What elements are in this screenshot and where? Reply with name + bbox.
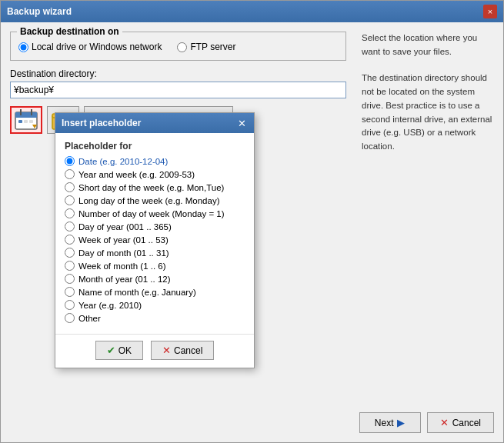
placeholder-radio-0[interactable] — [65, 156, 75, 166]
local-drive-label: Local drive or Windows network — [32, 42, 162, 52]
svg-rect-5 — [24, 120, 28, 123]
local-drive-radio-label[interactable]: Local drive or Windows network — [18, 42, 162, 52]
cancel-label: Cancel — [452, 418, 481, 428]
ok-label: OK — [118, 345, 132, 356]
destination-radio-row: Local drive or Windows network FTP serve… — [18, 42, 338, 52]
dialog-title-bar: Insert placeholder ✕ — [55, 113, 254, 133]
right-panel: Select the location where you want to sa… — [355, 32, 494, 403]
next-label: Next — [375, 418, 394, 428]
placeholder-option-label-3: Long day of the week (e.g. Monday) — [78, 196, 219, 205]
placeholder-option-5[interactable]: Day of year (001 .. 365) — [65, 222, 245, 231]
dialog-body: Placeholder for Date (e.g. 2010-12-04)Ye… — [55, 133, 254, 334]
dialog-cancel-icon: ✕ — [162, 345, 171, 356]
placeholder-option-label-4: Number of day of week (Monday = 1) — [78, 209, 225, 218]
dialog-title: Insert placeholder — [62, 118, 141, 128]
local-drive-radio[interactable] — [18, 42, 28, 52]
placeholder-option-label-6: Week of year (01 .. 53) — [78, 235, 169, 245]
dir-input[interactable] — [10, 82, 346, 98]
placeholder-option-12[interactable]: Other — [65, 313, 245, 323]
placeholder-radio-5[interactable] — [65, 222, 75, 231]
dialog-ok-button[interactable]: ✔ OK — [95, 341, 143, 360]
placeholder-radio-4[interactable] — [65, 208, 75, 218]
svg-rect-1 — [15, 112, 37, 118]
group-label: Backup destination on — [17, 26, 122, 37]
placeholder-option-label-10: Name of month (e.g. January) — [78, 288, 196, 297]
placeholder-option-2[interactable]: Short day of the week (e.g. Mon,Tue) — [65, 182, 245, 192]
placeholder-option-6[interactable]: Week of year (01 .. 53) — [65, 235, 245, 245]
placeholder-for-label: Placeholder for — [65, 141, 245, 152]
next-button[interactable]: Next ▶ — [359, 412, 421, 433]
dir-label: Destination directory: — [10, 68, 346, 79]
title-bar: Backup wizard × — [1, 1, 503, 22]
placeholder-option-8[interactable]: Week of month (1 .. 6) — [65, 261, 245, 271]
dialog-cancel-button[interactable]: ✕ Cancel — [151, 341, 214, 360]
placeholder-radio-1[interactable] — [65, 169, 75, 179]
backup-destination-group: Backup destination on Local drive or Win… — [10, 32, 346, 61]
ftp-radio-label[interactable]: FTP server — [177, 42, 235, 52]
placeholder-option-label-1: Year and week (e.g. 2009-53) — [78, 170, 195, 179]
cancel-x-icon: ✕ — [440, 417, 449, 428]
backup-wizard-window: Backup wizard × Backup destination on Lo… — [0, 0, 504, 443]
next-icon: ▶ — [397, 417, 405, 428]
dialog-footer: ✔ OK ✕ Cancel — [55, 334, 254, 368]
placeholder-option-11[interactable]: Year (e.g. 2010) — [65, 300, 245, 310]
window-title: Backup wizard — [7, 6, 72, 17]
placeholder-option-1[interactable]: Year and week (e.g. 2009-53) — [65, 169, 245, 179]
svg-rect-4 — [18, 120, 22, 123]
placeholder-option-10[interactable]: Name of month (e.g. January) — [65, 287, 245, 297]
placeholder-radio-2[interactable] — [65, 182, 75, 192]
placeholder-option-9[interactable]: Month of year (01 .. 12) — [65, 274, 245, 284]
dialog-close-button[interactable]: ✕ — [235, 117, 248, 129]
insert-placeholder-dialog: Insert placeholder ✕ Placeholder for Dat… — [55, 112, 255, 368]
placeholder-radio-7[interactable] — [65, 248, 75, 258]
ftp-radio[interactable] — [177, 42, 187, 52]
placeholder-option-label-9: Month of year (01 .. 12) — [78, 275, 171, 284]
placeholder-radio-8[interactable] — [65, 261, 75, 271]
placeholder-option-4[interactable]: Number of day of week (Monday = 1) — [65, 208, 245, 218]
placeholder-radio-3[interactable] — [65, 195, 75, 205]
placeholder-option-0[interactable]: Date (e.g. 2010-12-04) — [65, 156, 245, 166]
ok-icon: ✔ — [107, 345, 115, 356]
placeholder-radio-6[interactable] — [65, 235, 75, 245]
placeholder-option-label-7: Day of month (01 .. 31) — [78, 248, 169, 258]
dialog-cancel-label: Cancel — [174, 345, 202, 356]
placeholder-option-label-12: Other — [78, 314, 101, 323]
placeholder-option-label-11: Year (e.g. 2010) — [78, 301, 142, 310]
placeholder-radio-9[interactable] — [65, 274, 75, 284]
svg-rect-6 — [29, 120, 33, 123]
radio-options-container: Date (e.g. 2010-12-04)Year and week (e.g… — [65, 156, 245, 323]
placeholder-option-label-5: Day of year (001 .. 365) — [78, 222, 172, 231]
placeholder-option-label-8: Week of month (1 .. 6) — [78, 261, 166, 271]
placeholder-option-label-0: Date (e.g. 2010-12-04) — [78, 157, 168, 166]
placeholder-option-label-2: Short day of the week (e.g. Mon,Tue) — [78, 183, 224, 192]
placeholder-radio-11[interactable] — [65, 300, 75, 310]
placeholder-radio-10[interactable] — [65, 287, 75, 297]
dir-section: Destination directory: — [10, 68, 346, 98]
placeholder-radio-12[interactable] — [65, 313, 75, 323]
placeholder-option-7[interactable]: Day of month (01 .. 31) — [65, 248, 245, 258]
calendar-icon — [14, 108, 38, 132]
info-text-1: Select the location where you want to sa… — [362, 32, 494, 59]
placeholder-option-3[interactable]: Long day of the week (e.g. Monday) — [65, 195, 245, 205]
info-text-2: The destination directory should not be … — [362, 72, 494, 154]
ftp-label: FTP server — [190, 42, 235, 52]
window-close-button[interactable]: × — [483, 5, 497, 18]
bottom-row: Next ▶ ✕ Cancel — [1, 412, 503, 442]
cancel-button[interactable]: ✕ Cancel — [427, 412, 494, 433]
date-placeholder-button[interactable] — [10, 106, 42, 134]
